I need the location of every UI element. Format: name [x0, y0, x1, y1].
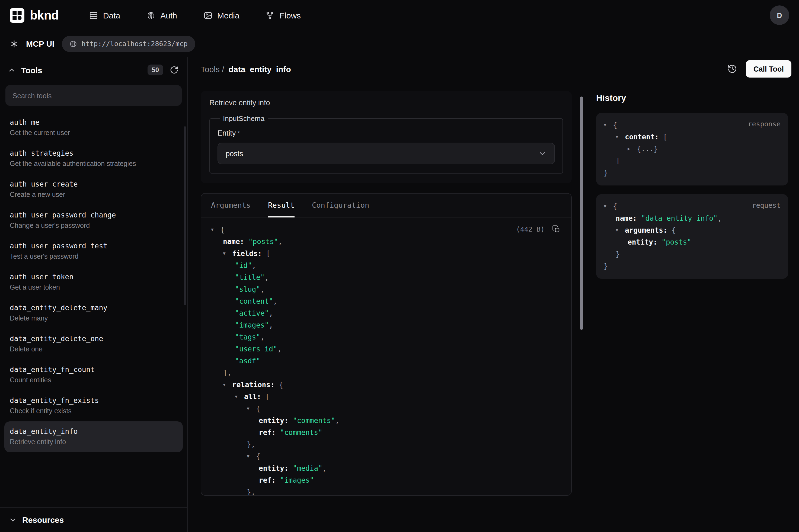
history-title: History: [596, 93, 788, 103]
flows-icon: [266, 11, 275, 20]
tab-configuration[interactable]: Configuration: [312, 194, 369, 217]
tool-description: Retrieve entity info: [10, 438, 177, 446]
json-line: "id",: [211, 260, 562, 272]
nav-item-media[interactable]: Media: [203, 11, 240, 20]
brand[interactable]: bknd: [10, 8, 59, 22]
result-meta: (442 B): [516, 224, 562, 234]
json-line: ▼all: [: [211, 391, 562, 403]
json-line: ref: "comments": [211, 427, 562, 439]
main-header: Tools / data_entity_info Call Tool: [188, 57, 799, 81]
breadcrumb-tool-name: data_entity_info: [229, 64, 291, 74]
collapse-arrow-icon[interactable]: ▼: [616, 131, 625, 143]
tool-name: auth_user_create: [10, 180, 177, 188]
tool-list-item[interactable]: data_entity_delete_oneDelete one: [4, 329, 183, 360]
json-line: ▼{: [211, 403, 562, 415]
json-line: "asdf": [211, 355, 562, 367]
result-card: ArgumentsResultConfiguration (442 B): [201, 193, 572, 496]
tool-list: auth_meGet the current userauth_strategi…: [0, 110, 187, 507]
resources-section-header[interactable]: Resources: [0, 507, 187, 532]
json-line: entity: "comments",: [211, 415, 562, 427]
collapse-arrow-icon[interactable]: ▼: [604, 119, 613, 131]
breadcrumb: Tools /: [201, 64, 224, 74]
collapse-arrow-icon[interactable]: ▼: [247, 403, 256, 415]
chevron-up-icon[interactable]: [7, 66, 16, 74]
tool-list-item[interactable]: auth_user_createCreate a new user: [4, 174, 183, 205]
refresh-icon: [170, 65, 178, 74]
tool-list-item[interactable]: data_entity_delete_manyDelete many: [4, 298, 183, 329]
top-navbar: bknd Data: [0, 0, 799, 31]
tool-list-item[interactable]: auth_strategiesGet the available authent…: [4, 143, 183, 174]
collapse-arrow-icon[interactable]: ▼: [235, 391, 244, 403]
collapse-arrow-icon[interactable]: ▼: [604, 201, 613, 213]
json-line: },: [211, 487, 562, 495]
call-tool-button[interactable]: Call Tool: [746, 60, 792, 78]
entity-field-label: Entity*: [217, 129, 555, 137]
json-line: "content",: [211, 296, 562, 307]
refresh-tools-button[interactable]: [169, 64, 179, 75]
collapse-arrow-icon[interactable]: ▼: [223, 379, 232, 391]
collapse-arrow-icon[interactable]: ▼: [211, 224, 220, 236]
tool-list-item[interactable]: auth_user_password_changeChange a user's…: [4, 205, 183, 236]
mcp-url-pill[interactable]: http://localhost:28623/mcp: [62, 36, 195, 52]
copy-button[interactable]: [551, 224, 562, 234]
tool-list-item[interactable]: auth_user_tokenGet a user token: [4, 267, 183, 298]
tool-name: data_entity_delete_many: [10, 304, 177, 312]
tool-list-item[interactable]: data_entity_fn_existsCheck if entity exi…: [4, 391, 183, 421]
json-line: },: [211, 439, 562, 451]
chevron-down-icon[interactable]: [9, 516, 17, 524]
json-line: "slug",: [211, 284, 562, 296]
main-body: Retrieve entity info InputSchema Entity*…: [188, 81, 799, 532]
search-wrap: [0, 83, 187, 110]
collapse-arrow-icon[interactable]: ▼: [247, 451, 256, 462]
history-entry[interactable]: request▼{name: "data_entity_info",▼argum…: [596, 194, 788, 279]
json-line: ▼fields: [: [211, 248, 562, 260]
tool-description: Delete one: [10, 345, 177, 353]
tools-section-header[interactable]: Tools 50: [0, 57, 187, 83]
nav-item-label: Media: [217, 11, 240, 20]
tools-count-badge: 50: [147, 64, 163, 75]
json-line: ],: [211, 367, 562, 379]
nav-item-flows[interactable]: Flows: [266, 11, 301, 20]
collapse-arrow-icon[interactable]: ▼: [223, 248, 232, 260]
history-panel: History response▼{▼content: [▶{...}]}req…: [585, 81, 799, 532]
expand-arrow-icon[interactable]: ▶: [628, 143, 637, 155]
tool-name: auth_user_password_test: [10, 242, 177, 250]
auth-icon: [146, 11, 155, 20]
json-line: }: [604, 248, 781, 260]
tool-list-item[interactable]: data_entity_infoRetrieve entity info: [4, 421, 183, 452]
collapse-arrow-icon[interactable]: ▼: [616, 225, 625, 236]
globe-icon: [70, 40, 77, 48]
main-scrollbar[interactable]: [580, 97, 583, 330]
nav-item-auth[interactable]: Auth: [146, 11, 177, 20]
tab-arguments[interactable]: Arguments: [211, 194, 251, 217]
json-line: name: "data_entity_info",: [604, 213, 781, 225]
nav-item-data[interactable]: Data: [89, 11, 120, 20]
input-schema-legend: InputSchema: [220, 114, 268, 122]
tab-result[interactable]: Result: [268, 194, 294, 217]
tool-list-item[interactable]: auth_meGet the current user: [4, 112, 183, 143]
search-tools-input[interactable]: [5, 85, 182, 106]
tools-sidebar: Tools 50 auth_meGet the current userauth…: [0, 57, 188, 532]
tool-name: data_entity_info: [10, 428, 177, 435]
tool-description: Get the current user: [10, 129, 177, 137]
tool-name: auth_user_token: [10, 273, 177, 281]
json-line: "active",: [211, 307, 562, 319]
history-entry[interactable]: response▼{▼content: [▶{...}]}: [596, 113, 788, 186]
json-line: ▼content: [: [604, 131, 781, 143]
tool-name: data_entity_delete_one: [10, 335, 177, 343]
tool-name: data_entity_fn_exists: [10, 396, 177, 404]
tool-list-item[interactable]: data_entity_fn_countCount entities: [4, 360, 183, 391]
chevron-down-icon: [538, 149, 547, 158]
user-avatar[interactable]: D: [770, 5, 789, 25]
tool-list-item[interactable]: auth_user_password_testTest a user's pas…: [4, 236, 183, 267]
tool-description: Test a user's password: [10, 253, 177, 260]
json-line: "title",: [211, 272, 562, 284]
history-entry-type: response: [748, 120, 781, 128]
copy-icon: [552, 225, 560, 233]
tools-section-title: Tools: [21, 65, 142, 75]
resources-section-title: Resources: [22, 515, 64, 525]
history-button[interactable]: [726, 63, 738, 75]
json-line: ▶{...}: [604, 143, 781, 155]
entity-select[interactable]: posts: [217, 142, 555, 164]
sidebar-scrollbar[interactable]: [184, 126, 186, 305]
